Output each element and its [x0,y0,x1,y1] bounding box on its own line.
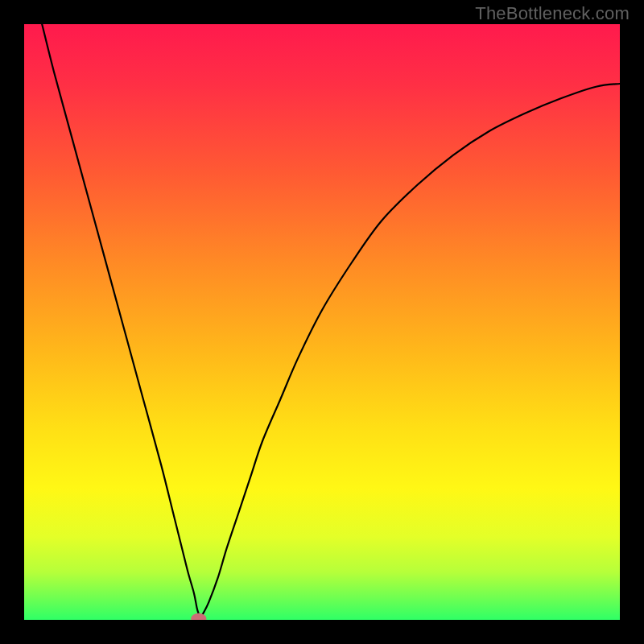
chart-frame: TheBottleneck.com [0,0,644,644]
chart-background [24,24,620,620]
plot-area [24,24,620,620]
watermark-label: TheBottleneck.com [475,3,630,24]
chart-svg [24,24,620,620]
